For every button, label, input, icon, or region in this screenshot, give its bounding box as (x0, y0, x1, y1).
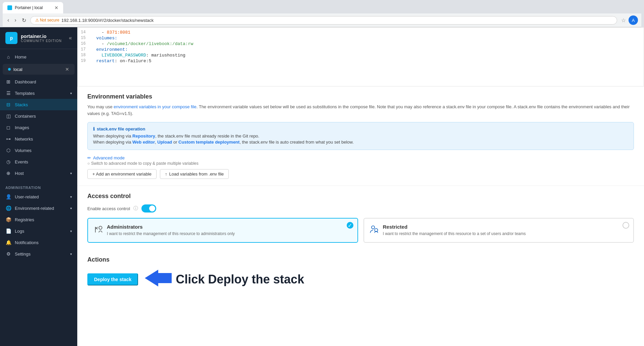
sidebar-item-label: Home (15, 54, 27, 60)
sidebar-item-environment-related[interactable]: 🌐 Environment-related ▾ (0, 202, 77, 214)
add-env-var-button[interactable]: + Add an environment variable (87, 169, 157, 179)
sidebar-item-label: Events (15, 159, 28, 164)
profile-button[interactable]: A (629, 15, 638, 25)
restricted-access-card[interactable]: Restricted I want to restrict the manage… (363, 218, 634, 243)
circle-info-icon: ○ (87, 161, 90, 166)
line-number: 16 (78, 41, 91, 46)
host-icon: ⊕ (5, 170, 11, 176)
sidebar-item-label: Environment-related (15, 206, 54, 211)
forward-button[interactable]: › (13, 16, 17, 25)
reload-button[interactable]: ↻ (20, 16, 28, 25)
admin-card-check: ✓ (347, 222, 353, 229)
line-number: 17 (78, 47, 91, 52)
sidebar-item-registries[interactable]: 📦 Registries (0, 214, 77, 225)
admin-section-header: Administration (0, 183, 77, 191)
edit-icon: ✏ (87, 155, 91, 160)
upload-icon: ↑ (165, 171, 167, 177)
code-line-19: 19 restart: on-failure:5 (78, 58, 644, 64)
sidebar: p portainer.io Community Edition « ⌂ Hom… (0, 27, 77, 346)
user-related-icon: 👤 (5, 194, 11, 199)
sidebar-logo: p portainer.io Community Edition « (0, 27, 77, 49)
sidebar-item-label: Host (15, 171, 24, 176)
chevron-down-icon: ▾ (70, 195, 72, 199)
logo-sub-text: Community Edition (21, 39, 62, 43)
info-icon: ℹ (93, 126, 95, 131)
browser-chrome: Portainer | local ✕ ‹ › ↻ ⚠ Not secure 1… (0, 0, 644, 27)
templates-icon: ☰ (5, 90, 11, 96)
restricted-card-check (622, 222, 629, 229)
line-content: - /volume1/docker/livebook:/data:rw (91, 41, 193, 46)
url-display: 192.168.1.18:9000/#!/2/docker/stacks/new… (61, 18, 154, 23)
warning-icon: ⚠ (35, 18, 39, 23)
sidebar-item-containers[interactable]: ◫ Containers (0, 110, 77, 122)
logo-main-text: portainer.io (21, 34, 62, 39)
code-line-14: 14 - 8371:8081 (78, 30, 644, 35)
back-button[interactable]: ‹ (6, 16, 10, 25)
sidebar-item-stacks[interactable]: ⊟ Stacks (0, 99, 77, 110)
actions-section: Actions Deploy the stack Click Deploy th… (77, 249, 644, 301)
enable-access-row: Enable access control ⓘ (87, 204, 634, 213)
main-content: 14 - 8371:8081 15 volumes: 16 - /volume1… (77, 27, 644, 346)
custom-template-bold: Custom template deployment (178, 140, 240, 145)
info-line-1: When deploying via Repository, the stack… (93, 133, 628, 139)
close-tab-button[interactable]: ✕ (54, 5, 58, 10)
notifications-icon: 🔔 (5, 240, 11, 245)
info-box-title: ℹ stack.env file operation (93, 126, 628, 131)
code-line-17: 17 environment: (78, 47, 644, 52)
chevron-down-icon: ▾ (70, 206, 72, 210)
sidebar-item-images[interactable]: ◻ Images (0, 122, 77, 133)
address-bar[interactable]: ⚠ Not secure 192.168.1.18:9000/#!/2/dock… (30, 16, 617, 25)
line-number: 18 (78, 53, 91, 57)
enable-access-label: Enable access control (87, 206, 130, 211)
line-content: LIVEBOOK_PASSWORD: mariushosting (91, 53, 185, 58)
registries-icon: 📦 (5, 217, 11, 222)
load-env-vars-button[interactable]: ↑ Load variables from .env file (160, 169, 229, 179)
sidebar-item-templates[interactable]: ☰ Templates ▾ (0, 87, 77, 99)
logo-text: portainer.io Community Edition (21, 34, 62, 43)
local-env-item: local ✕ (3, 64, 75, 75)
sidebar-item-label: Stacks (15, 102, 28, 107)
sidebar-item-home[interactable]: ⌂ Home (0, 51, 77, 63)
sidebar-item-volumes[interactable]: ⬡ Volumes (0, 145, 77, 156)
access-control-toggle[interactable] (141, 204, 156, 213)
sidebar-item-events[interactable]: ◷ Events (0, 156, 77, 167)
admin-access-card[interactable]: Administrators I want to restrict the ma… (87, 218, 358, 243)
env-desc-link[interactable]: environment variables in your compose fi… (114, 104, 196, 109)
sidebar-item-settings[interactable]: ⚙ Settings ▾ (0, 248, 77, 260)
sidebar-item-label: Images (15, 125, 29, 130)
sidebar-item-logs[interactable]: 📄 Logs ▾ (0, 225, 77, 237)
env-close-button[interactable]: ✕ (65, 67, 69, 72)
sidebar-admin-section: Administration 👤 User-related ▾ 🌐 Enviro… (0, 181, 77, 262)
chevron-down-icon: ▾ (70, 229, 72, 233)
line-content: environment: (91, 47, 128, 52)
sidebar-item-user-related[interactable]: 👤 User-related ▾ (0, 191, 77, 202)
home-icon: ⌂ (5, 54, 11, 60)
check-circle-icon: ✓ (347, 222, 353, 229)
left-arrow-icon (145, 268, 172, 291)
sidebar-item-networks[interactable]: ⊶ Networks (0, 133, 77, 145)
deploy-stack-button[interactable]: Deploy the stack (87, 273, 138, 285)
sidebar-item-label: Networks (15, 137, 33, 142)
sidebar-item-label: Settings (15, 252, 31, 257)
chevron-down-icon: ▾ (70, 91, 72, 95)
sidebar-collapse-button[interactable]: « (69, 35, 72, 41)
admin-card-content: Administrators I want to restrict the ma… (107, 224, 235, 237)
svg-marker-6 (145, 270, 172, 286)
advanced-mode-hint: ○ Switch to advanced mode to copy & past… (87, 161, 634, 166)
sidebar-item-notifications[interactable]: 🔔 Notifications (0, 237, 77, 248)
code-line-16: 16 - /volume1/docker/livebook:/data:rw (78, 41, 644, 47)
sidebar-item-host[interactable]: ⊕ Host ▾ (0, 167, 77, 179)
logs-icon: 📄 (5, 228, 11, 234)
sidebar-item-dashboard[interactable]: ⊞ Dashboard (0, 76, 77, 87)
restricted-icon (370, 225, 379, 236)
content-area: 14 - 8371:8081 15 volumes: 16 - /volume1… (77, 27, 644, 346)
info-line-2: When deploying via Web editor, Upload or… (93, 140, 628, 145)
bookmark-button[interactable]: ☆ (621, 17, 626, 24)
volumes-icon: ⬡ (5, 148, 11, 153)
advanced-mode-link[interactable]: ✏ Advanced mode (87, 155, 634, 160)
env-desc-plain: You may use (87, 104, 114, 109)
code-editor-area: 14 - 8371:8081 15 volumes: 16 - /volume1… (77, 27, 644, 86)
chevron-down-icon: ▾ (70, 252, 72, 256)
containers-icon: ◫ (5, 113, 11, 119)
tab-bar: Portainer | local ✕ (3, 2, 641, 13)
